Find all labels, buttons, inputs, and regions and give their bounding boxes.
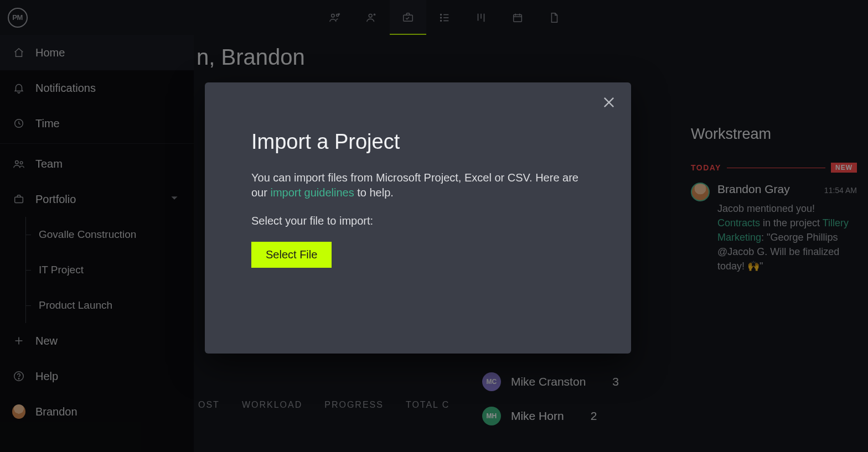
- modal-content: Import a Project You can import files fr…: [205, 82, 631, 268]
- modal-prompt: Select your file to import:: [251, 215, 585, 227]
- close-button[interactable]: [601, 95, 617, 112]
- import-guidelines-link[interactable]: import guidelines: [270, 186, 354, 199]
- import-project-modal: Import a Project You can import files fr…: [205, 82, 631, 354]
- modal-description: You can import files from Microsoft Proj…: [251, 170, 585, 200]
- select-file-button[interactable]: Select File: [251, 242, 332, 268]
- modal-title: Import a Project: [251, 130, 585, 154]
